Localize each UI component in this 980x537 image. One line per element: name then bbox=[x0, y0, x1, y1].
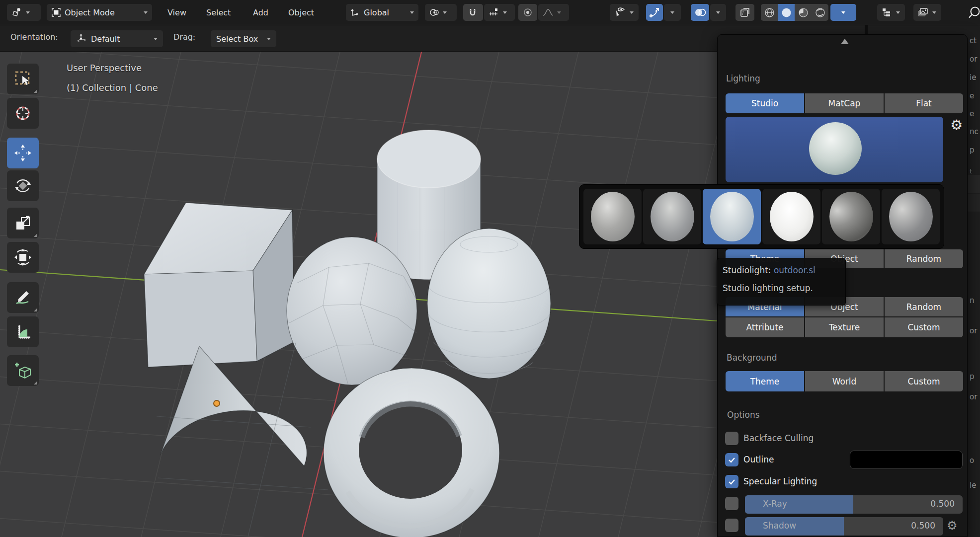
tool-select-box[interactable] bbox=[7, 64, 39, 94]
shadow-settings-gear-icon[interactable]: ⚙ bbox=[947, 520, 958, 532]
chevron-down-icon bbox=[267, 38, 271, 40]
overlays-settings-dropdown[interactable] bbox=[710, 4, 726, 21]
tab-matcap[interactable]: MatCap bbox=[805, 93, 884, 113]
tab-color-random[interactable]: Random bbox=[885, 297, 963, 316]
show-gizmo-toggle[interactable] bbox=[646, 4, 663, 21]
object-mode-dropdown[interactable]: Object Mode bbox=[47, 4, 152, 21]
scale-icon bbox=[13, 214, 32, 232]
xray-slider[interactable]: X-Ray 0.500 bbox=[745, 495, 963, 514]
proportional-editing-toggle[interactable] bbox=[518, 4, 537, 21]
tool-measure[interactable] bbox=[7, 316, 39, 347]
proportional-falloff-dropdown[interactable] bbox=[538, 4, 569, 21]
tab-studio[interactable]: Studio bbox=[726, 93, 804, 113]
specular-lighting-checkbox[interactable] bbox=[725, 475, 738, 488]
tab-bg-theme[interactable]: Theme bbox=[726, 371, 804, 391]
tab-color-texture[interactable]: Texture bbox=[805, 317, 884, 337]
chevron-down-icon bbox=[670, 11, 674, 14]
box-select-icon bbox=[14, 70, 32, 88]
pivot-point-dropdown[interactable] bbox=[425, 4, 457, 21]
menu-select[interactable]: Select bbox=[203, 4, 234, 21]
tool-transform[interactable] bbox=[7, 242, 39, 273]
outliner-row[interactable] bbox=[968, 194, 980, 212]
orientation-default-dropdown[interactable]: Default bbox=[71, 30, 163, 47]
menu-object[interactable]: Object bbox=[285, 4, 317, 21]
snap-toggle-button[interactable] bbox=[463, 4, 483, 21]
outline-label: Outline bbox=[743, 455, 774, 464]
shadow-slider[interactable]: Shadow 0.500 bbox=[745, 517, 943, 536]
shading-rendered-button[interactable] bbox=[812, 4, 828, 21]
transform-orientation-dropdown[interactable]: Global bbox=[346, 4, 418, 21]
studiolight-sphere bbox=[651, 192, 694, 241]
studiolight-sphere bbox=[770, 192, 814, 241]
drag-mode-dropdown[interactable]: Select Box bbox=[211, 30, 276, 47]
outliner-search-button[interactable] bbox=[963, 6, 980, 19]
visibility-dropdown[interactable] bbox=[610, 4, 639, 21]
outliner-row-fragment: or bbox=[970, 326, 977, 335]
tooltip-description: Studio lighting setup. bbox=[723, 283, 813, 293]
studiolight-thumb-1[interactable] bbox=[583, 189, 642, 244]
shadow-checkbox[interactable] bbox=[725, 519, 738, 532]
shading-popover-dropdown[interactable] bbox=[830, 4, 856, 21]
chevron-down-icon bbox=[557, 11, 561, 14]
outline-checkbox[interactable] bbox=[725, 453, 738, 466]
tab-bg-world[interactable]: World bbox=[805, 371, 884, 391]
tab-flat[interactable]: Flat bbox=[885, 93, 963, 113]
orientation-default-icon bbox=[76, 33, 87, 44]
studiolight-thumb-6[interactable] bbox=[882, 189, 940, 244]
object-icosphere[interactable] bbox=[287, 237, 417, 385]
xray-checkbox[interactable] bbox=[725, 497, 738, 510]
tab-color-attribute[interactable]: Attribute bbox=[726, 317, 804, 337]
studiolight-thumb-3-selected[interactable] bbox=[703, 189, 761, 244]
outliner-row-fragment: p bbox=[970, 372, 975, 381]
menu-view[interactable]: View bbox=[164, 4, 189, 21]
xray-toggle[interactable] bbox=[735, 4, 754, 21]
tab-color-custom[interactable]: Custom bbox=[885, 317, 963, 337]
move-icon bbox=[13, 144, 32, 162]
tab-bg-custom[interactable]: Custom bbox=[885, 371, 963, 391]
editor-type-icon bbox=[11, 7, 22, 17]
tool-move[interactable] bbox=[7, 138, 39, 168]
tab-wire-random[interactable]: Random bbox=[885, 249, 963, 268]
studiolight-settings-gear-icon[interactable]: ⚙ bbox=[950, 118, 963, 132]
background-section-label: Background bbox=[727, 353, 777, 363]
outline-color-swatch[interactable] bbox=[850, 451, 963, 469]
tool-cursor[interactable] bbox=[7, 98, 39, 129]
tool-corner-indicator bbox=[34, 233, 37, 237]
studiolight-preview[interactable] bbox=[726, 117, 943, 182]
overlays-icon bbox=[694, 7, 706, 17]
tool-scale[interactable] bbox=[7, 208, 39, 238]
studiolight-sphere bbox=[829, 192, 873, 241]
shadow-slider-value: 0.500 bbox=[911, 521, 935, 531]
shading-material-button[interactable] bbox=[795, 4, 812, 21]
lighting-tabs: Studio MatCap Flat bbox=[726, 93, 963, 113]
outliner-row-fragment: e bbox=[970, 109, 974, 118]
gizmo-settings-dropdown[interactable] bbox=[664, 4, 681, 21]
popover-collapse-arrow[interactable] bbox=[841, 39, 849, 44]
orientation-label: Orientation: bbox=[10, 32, 58, 42]
object-uv-sphere[interactable] bbox=[427, 229, 551, 379]
shading-wireframe-button[interactable] bbox=[761, 4, 778, 21]
shading-solid-button[interactable] bbox=[778, 4, 795, 21]
tool-annotate[interactable] bbox=[7, 282, 39, 313]
tool-rotate[interactable] bbox=[7, 170, 39, 201]
tool-add-cube[interactable] bbox=[7, 355, 39, 386]
backface-culling-checkbox[interactable] bbox=[725, 432, 738, 445]
outliner-editor-type-button[interactable] bbox=[877, 4, 905, 21]
studiolight-thumb-5[interactable] bbox=[822, 189, 880, 244]
outliner-row[interactable] bbox=[968, 175, 980, 193]
chevron-down-icon bbox=[154, 38, 158, 40]
chevron-down-icon bbox=[716, 11, 720, 14]
studiolight-thumb-2[interactable] bbox=[643, 189, 701, 244]
transform-orientation-label: Global bbox=[364, 8, 389, 17]
search-icon bbox=[963, 6, 980, 19]
outliner-row-fragment: n bbox=[970, 296, 975, 305]
show-overlays-toggle[interactable] bbox=[691, 4, 709, 21]
tool-corner-indicator bbox=[34, 381, 37, 384]
menu-add[interactable]: Add bbox=[250, 4, 271, 21]
studiolight-thumb-4[interactable] bbox=[762, 189, 820, 244]
object-torus[interactable] bbox=[324, 368, 499, 537]
snap-settings-dropdown[interactable] bbox=[484, 4, 515, 21]
outliner-filter-button[interactable] bbox=[913, 4, 941, 21]
chevron-down-icon bbox=[443, 11, 447, 14]
editor-type-button[interactable] bbox=[7, 4, 41, 21]
